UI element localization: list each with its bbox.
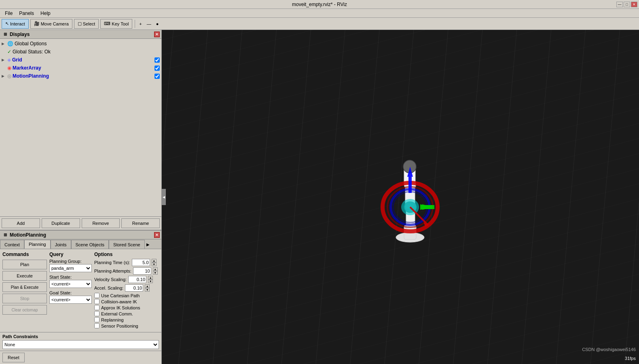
window-title: moveit_empty.rviz* - RViz bbox=[292, 2, 347, 7]
grid-label: Grid bbox=[12, 57, 153, 63]
planning-attempts-arrows: ▲ ▼ bbox=[153, 267, 158, 275]
execute-button[interactable]: Execute bbox=[2, 271, 47, 281]
external-comm-checkbox[interactable] bbox=[94, 311, 99, 316]
path-constraints-section: Path Constraints None bbox=[0, 332, 161, 351]
options-column: Options Planning Time (s): 5.0 ▲ ▼ Plann… bbox=[94, 252, 159, 330]
replanning-checkbox[interactable] bbox=[94, 317, 99, 322]
interact-label: Interact bbox=[10, 21, 25, 26]
tab-joints[interactable]: Joints bbox=[51, 240, 71, 249]
tree-item-grid[interactable]: ▶ ◈ Grid bbox=[0, 56, 161, 64]
tab-scene-objects[interactable]: Scene Objects bbox=[71, 240, 109, 249]
collision-aware-ik-checkbox[interactable] bbox=[94, 299, 99, 304]
displays-header: ⊞ Displays ✕ bbox=[0, 30, 161, 39]
approx-ik-checkbox[interactable] bbox=[94, 305, 99, 310]
rename-button[interactable]: Rename bbox=[121, 218, 160, 228]
velocity-scaling-input[interactable] bbox=[128, 276, 146, 283]
key-icon: ⌨ bbox=[104, 21, 110, 26]
arrow-global-options: ▶ bbox=[2, 42, 7, 46]
move-camera-button[interactable]: 🎥 Move Camera bbox=[30, 19, 72, 29]
motionplanning-checkbox[interactable] bbox=[154, 74, 160, 79]
accel-scaling-down[interactable]: ▼ bbox=[145, 288, 150, 292]
key-tool-button[interactable]: ⌨ Key Tool bbox=[100, 19, 132, 29]
menu-panels[interactable]: Panels bbox=[16, 10, 37, 17]
tab-context[interactable]: Context bbox=[0, 240, 24, 249]
motion-planning-close[interactable]: ✕ bbox=[154, 232, 160, 238]
tab-stored-scene[interactable]: Stored Scene bbox=[109, 240, 145, 249]
planning-time-input[interactable]: 5.0 bbox=[132, 259, 150, 266]
replanning-row: Replanning bbox=[94, 317, 159, 322]
fps-indicator: 31fps bbox=[625, 356, 636, 361]
add-button[interactable]: Add bbox=[2, 218, 40, 228]
accel-scaling-label: Accel. Scaling: bbox=[94, 286, 123, 290]
reset-button[interactable]: Reset bbox=[2, 353, 25, 362]
globe-icon: 🌐 bbox=[7, 41, 13, 47]
global-status-label: Global Status: Ok bbox=[13, 49, 160, 55]
tab-more-button[interactable]: ▶ bbox=[145, 240, 151, 249]
start-state-select[interactable]: <current> bbox=[49, 280, 92, 288]
tree-item-global-status[interactable]: ✓ Global Status: Ok bbox=[0, 48, 161, 56]
tree-item-markerarray[interactable]: ◉ MarkerArray bbox=[0, 64, 161, 72]
collapse-handle[interactable]: ◀ bbox=[162, 189, 166, 205]
tab-planning[interactable]: Planning bbox=[24, 240, 51, 249]
displays-close[interactable]: ✕ bbox=[154, 32, 160, 37]
tree-item-global-options[interactable]: ▶ 🌐 Global Options bbox=[0, 40, 161, 48]
viewport[interactable]: ◀ 31fps CSDN @woshigaowei5146 bbox=[162, 30, 639, 364]
stop-button[interactable]: Stop bbox=[2, 294, 47, 303]
motionplanning-label: MotionPlanning bbox=[13, 73, 153, 79]
plan-execute-button[interactable]: Plan & Execute bbox=[2, 282, 47, 292]
accel-scaling-input[interactable] bbox=[125, 284, 143, 292]
planning-attempts-down[interactable]: ▼ bbox=[153, 271, 158, 275]
external-comm-row: External Comm. bbox=[94, 311, 159, 316]
planning-attempts-up[interactable]: ▲ bbox=[153, 267, 158, 271]
commands-title: Commands bbox=[2, 252, 47, 257]
zoom-out-button[interactable]: — bbox=[145, 19, 153, 29]
planning-time-row: Planning Time (s): 5.0 ▲ ▼ bbox=[94, 259, 159, 266]
arrow-motionplanning: ▶ bbox=[2, 74, 7, 78]
use-cartesian-path-row: Use Cartesian Path bbox=[94, 293, 159, 298]
markerarray-checkbox[interactable] bbox=[154, 66, 160, 71]
toolbar: ↖ Interact 🎥 Move Camera ▢ Select ⌨ Key … bbox=[0, 18, 639, 30]
accel-scaling-arrows: ▲ ▼ bbox=[145, 284, 150, 292]
interact-button[interactable]: ↖ Interact bbox=[2, 19, 29, 29]
toolbar-separator bbox=[135, 20, 135, 28]
zoom-in-button[interactable]: + bbox=[138, 19, 143, 29]
tab-context-label: Context bbox=[4, 242, 20, 247]
menu-file[interactable]: File bbox=[2, 10, 16, 17]
plan-button[interactable]: Plan bbox=[2, 260, 47, 269]
maximize-button[interactable]: □ bbox=[624, 2, 630, 7]
remove-button[interactable]: Remove bbox=[82, 218, 120, 228]
path-constraints-select[interactable]: None bbox=[2, 340, 159, 349]
collision-aware-ik-label: Collision-aware IK bbox=[101, 299, 137, 304]
menu-bar: File Panels Help bbox=[0, 9, 639, 18]
grid-checkbox[interactable] bbox=[154, 57, 160, 63]
goal-state-wrap: <current> bbox=[49, 296, 92, 304]
velocity-scaling-up[interactable]: ▲ bbox=[148, 276, 153, 279]
tab-planning-label: Planning bbox=[29, 242, 46, 247]
goal-state-select[interactable]: <current> bbox=[49, 296, 92, 304]
robot-visualization bbox=[366, 144, 455, 250]
clear-octomap-button[interactable]: Clear octomap bbox=[2, 305, 47, 315]
svg-rect-20 bbox=[422, 205, 434, 209]
use-cartesian-path-checkbox[interactable] bbox=[94, 293, 99, 298]
planning-time-up[interactable]: ▲ bbox=[152, 259, 157, 262]
close-button[interactable]: ✕ bbox=[631, 2, 637, 7]
duplicate-button[interactable]: Duplicate bbox=[42, 218, 80, 228]
move-camera-label: Move Camera bbox=[41, 21, 69, 26]
start-state-label: Start State: bbox=[49, 275, 92, 279]
tab-stored-scene-label: Stored Scene bbox=[113, 242, 140, 247]
planning-time-down[interactable]: ▼ bbox=[152, 262, 157, 266]
minimize-button[interactable]: — bbox=[616, 2, 623, 7]
velocity-scaling-down[interactable]: ▼ bbox=[148, 279, 153, 283]
planning-attempts-input[interactable] bbox=[133, 267, 151, 275]
sensor-positioning-checkbox[interactable] bbox=[94, 323, 99, 328]
planning-group-select[interactable]: panda_arm bbox=[49, 264, 92, 272]
velocity-scaling-arrows: ▲ ▼ bbox=[148, 276, 153, 283]
view-button[interactable]: ● bbox=[154, 19, 161, 29]
select-button[interactable]: ▢ Select bbox=[74, 19, 99, 29]
approx-ik-row: Approx IK Solutions bbox=[94, 305, 159, 310]
tree-item-motionplanning[interactable]: ▶ ◎ MotionPlanning bbox=[0, 72, 161, 80]
motion-icon: ◎ bbox=[7, 73, 11, 79]
accel-scaling-up[interactable]: ▲ bbox=[145, 284, 150, 288]
collision-aware-ik-row: Collision-aware IK bbox=[94, 299, 159, 304]
menu-help[interactable]: Help bbox=[37, 10, 54, 17]
